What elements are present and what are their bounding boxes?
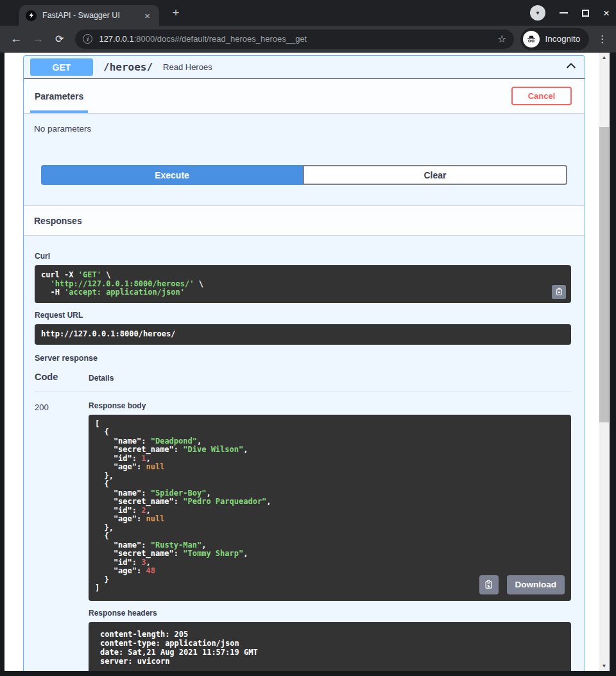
code-line: "name": "Deadpond", (95, 437, 565, 446)
bookmark-star-icon[interactable]: ☆ (497, 33, 506, 45)
curl-command: curl -X 'GET' \ 'http://127.0.0.1:8000/h… (41, 271, 565, 297)
method-badge: GET (30, 58, 93, 76)
code-column-header: Code (35, 372, 89, 383)
url-text[interactable]: 127.0.0.1:8000/docs#/default/read_heroes… (99, 34, 492, 44)
copy-response-button[interactable] (479, 575, 499, 594)
tab-parameters[interactable]: Parameters (30, 79, 88, 113)
code-line: }, (95, 524, 565, 533)
response-headers: content-length: 205content-type: applica… (100, 630, 565, 666)
endpoint-summary: Read Heroes (163, 62, 564, 72)
page-scrollbar[interactable]: ▲ ▼ (599, 53, 610, 671)
response-details: Response body [ { "name": "Deadpond", "s… (89, 401, 571, 672)
response-row: 200 Response body [ { "name": "Deadpond"… (35, 392, 571, 672)
code-line: "secret_name": "Pedro Parqueador", (95, 498, 565, 507)
maximize-button[interactable] (582, 10, 589, 17)
reload-icon[interactable]: ⟳ (55, 33, 64, 45)
execute-row: Execute Clear (41, 165, 567, 185)
code-line: "age": null (95, 515, 565, 524)
request-url: http://127.0.0.1:8000/heroes/ (41, 330, 565, 339)
page-info-icon[interactable]: i (83, 34, 92, 44)
back-icon[interactable]: ← (10, 32, 22, 46)
code-line: { (95, 428, 565, 437)
code-line: -H 'accept: application/json' (41, 288, 565, 297)
status-code: 200 (35, 401, 89, 672)
tab-title: FastAPI - Swagger UI (42, 11, 142, 20)
tab-close-icon[interactable]: × (142, 10, 153, 22)
clear-button[interactable]: Clear (303, 165, 567, 185)
page-viewport: GET /heroes/ Read Heroes Parameters Canc… (4, 53, 599, 671)
forward-icon[interactable]: → (32, 32, 44, 46)
code-line: content-length: 205 (100, 630, 565, 639)
code-line: server: uvicorn (100, 657, 565, 666)
browser-toolbar: ← → ⟳ i 127.0.0.1:8000/docs#/default/rea… (0, 26, 616, 53)
operation-block: GET /heroes/ Read Heroes Parameters Canc… (23, 55, 585, 671)
code-line: "name": "Spider-Boy", (95, 489, 565, 498)
server-response-label: Server response (35, 354, 571, 363)
url-host: 127.0.0.1 (99, 34, 133, 44)
parameters-body: No parameters Execute Clear (24, 114, 585, 185)
address-bar[interactable]: i 127.0.0.1:8000/docs#/default/read_hero… (75, 30, 514, 49)
endpoint-path: /heroes/ (103, 61, 153, 73)
response-body-block: [ { "name": "Deadpond", "secret_name": "… (89, 415, 571, 601)
code-line: http://127.0.0.1:8000/heroes/ (41, 330, 565, 339)
curl-label: Curl (35, 252, 571, 261)
parameters-section-header: Parameters Cancel (24, 79, 585, 114)
tab-search-icon[interactable]: ▼ (530, 5, 545, 21)
incognito-label: Incognito (545, 34, 580, 44)
code-line: "age": null (95, 463, 565, 472)
code-line: "id": 3, (95, 559, 565, 568)
url-path: :8000/docs#/default/read_heroes_heroes__… (134, 34, 307, 44)
response-table-header: Code Details (35, 369, 571, 392)
download-button[interactable]: Download (507, 575, 565, 594)
operation-header[interactable]: GET /heroes/ Read Heroes (24, 56, 585, 79)
responses-section-header: Responses (24, 205, 585, 236)
browser-window: FastAPI - Swagger UI × + ▼ × ← → ⟳ i 127… (0, 0, 616, 676)
fastapi-favicon-icon (26, 10, 37, 21)
active-tab-underline (30, 110, 88, 113)
scrollbar-thumb[interactable] (599, 127, 609, 422)
code-line: { (95, 480, 565, 489)
request-url-block: http://127.0.0.1:8000/heroes/ (35, 324, 571, 345)
code-line: "name": "Rusty-Man", (95, 541, 565, 550)
responses-body: Curl curl -X 'GET' \ 'http://127.0.0.1:8… (24, 236, 585, 671)
code-line: "id": 1, (95, 455, 565, 464)
responses-title: Responses (34, 216, 82, 226)
code-line: "secret_name": "Tommy Sharp", (95, 550, 565, 559)
incognito-badge: Incognito (520, 28, 589, 50)
response-headers-block: content-length: 205content-type: applica… (89, 622, 571, 672)
menu-icon[interactable]: ⋮ (597, 33, 607, 45)
code-line: [ (95, 420, 565, 429)
curl-command-block: curl -X 'GET' \ 'http://127.0.0.1:8000/h… (35, 265, 571, 303)
code-line: date: Sat,21 Aug 2021 11:57:19 GMT (100, 648, 565, 657)
minimize-button[interactable] (560, 12, 568, 13)
code-line: { (95, 532, 565, 541)
parameters-tab-label: Parameters (35, 91, 83, 101)
code-line: 'http://127.0.0.1:8000/heroes/' \ (41, 280, 565, 289)
scroll-down-icon[interactable]: ▼ (599, 663, 610, 669)
new-tab-button[interactable]: + (168, 6, 184, 21)
response-body-json: [ { "name": "Deadpond", "secret_name": "… (95, 420, 565, 593)
copy-curl-button[interactable] (552, 285, 566, 299)
browser-tab[interactable]: FastAPI - Swagger UI × (19, 5, 159, 26)
collapse-chevron-icon[interactable] (564, 59, 578, 76)
no-parameters-text: No parameters (34, 124, 574, 134)
code-line: "age": 48 (95, 567, 565, 576)
code-line: content-type: application/json (100, 639, 565, 648)
execute-button[interactable]: Execute (41, 165, 303, 185)
code-line: }, (95, 472, 565, 481)
window-close-button[interactable]: × (603, 8, 610, 19)
scroll-up-icon[interactable]: ▲ (599, 55, 610, 60)
request-url-label: Request URL (35, 311, 571, 320)
cancel-button[interactable]: Cancel (511, 87, 572, 105)
incognito-icon (523, 31, 540, 48)
code-line: "secret_name": "Dive Wilson", (95, 446, 565, 455)
response-body-label: Response body (89, 401, 571, 410)
tab-strip: FastAPI - Swagger UI × + ▼ × (0, 0, 616, 26)
response-body-actions: Download (479, 575, 565, 594)
code-line: curl -X 'GET' \ (41, 271, 565, 280)
response-headers-label: Response headers (89, 609, 571, 618)
details-column-header: Details (89, 372, 114, 383)
code-line: "id": 2, (95, 507, 565, 516)
